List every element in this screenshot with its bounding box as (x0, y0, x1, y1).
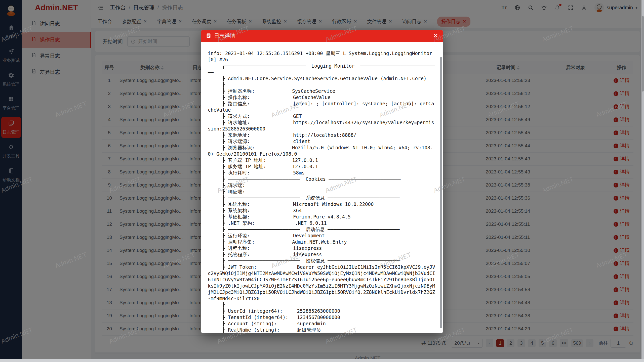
document-icon (206, 33, 211, 38)
dialog-body[interactable]: info: 2023-01-04 12:55:36.1516291 +08:00… (201, 42, 443, 333)
close-icon[interactable]: ✕ (433, 33, 438, 39)
vertical-scrollbar[interactable] (641, 0, 644, 359)
dialog-title: 日志详情 (214, 32, 235, 39)
dialog-scrollbar[interactable] (440, 57, 442, 328)
log-text: info: 2023-01-04 12:55:36.1516291 +08:00… (208, 50, 436, 333)
dialog-header: 日志详情 ✕ (201, 30, 443, 42)
horizontal-scrollbar[interactable] (0, 359, 644, 362)
app-root: 工作台 业务测试 系统管理 平台管理 日志管理 开发工具 (0, 0, 644, 362)
log-detail-dialog: 日志详情 ✕ info: 2023-01-04 12:55:36.1516291… (201, 30, 443, 333)
